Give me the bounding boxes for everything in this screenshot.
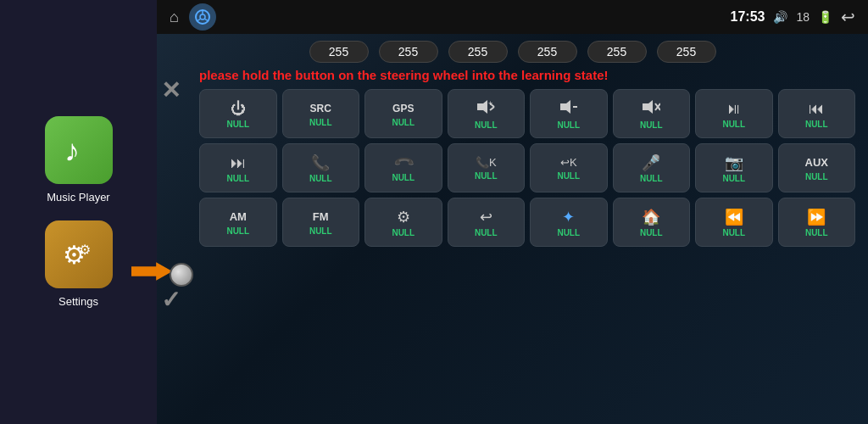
call-k-button[interactable]: 📞K NULL [448, 143, 526, 192]
steering-wheel-icon [194, 9, 211, 25]
back-null-label: NULL [475, 228, 498, 237]
svg-text:+: + [488, 99, 492, 108]
am-button[interactable]: AM NULL [199, 198, 277, 247]
battery-icon: 🔋 [818, 10, 832, 24]
aux-button[interactable]: AUX NULL [778, 143, 856, 192]
fm-button[interactable]: FM NULL [282, 198, 360, 247]
power-button[interactable]: ⏻ NULL [199, 89, 277, 138]
mute-icon [642, 99, 660, 117]
hangup-button[interactable]: 📞 NULL [364, 143, 442, 192]
svg-text:♪: ♪ [64, 133, 80, 168]
fastforward-button[interactable]: ⏩ NULL [778, 198, 856, 247]
settings-app[interactable]: ⚙ ⚙ Settings [45, 220, 113, 308]
prev-track-icon: ⏮ [809, 101, 824, 116]
camera-icon: 📷 [725, 155, 743, 170]
back-k-icon: ↩K [560, 157, 577, 168]
fm-text: FM [313, 210, 329, 223]
value-pills-row: 255 255 255 255 255 255 [170, 41, 855, 63]
value-pill-5: 255 [587, 41, 647, 63]
mic-button[interactable]: 🎤 NULL [613, 143, 691, 192]
next-track-button[interactable]: ⏭ NULL [199, 143, 277, 192]
phone-null-label: NULL [309, 174, 332, 183]
src-button[interactable]: SRC NULL [282, 89, 360, 138]
rewind-icon: ⏪ [725, 209, 743, 225]
car-icon[interactable] [189, 3, 216, 31]
value-pill-6: 255 [657, 41, 716, 63]
phone-icon: 📞 [311, 155, 330, 170]
back-icon[interactable]: ↩ [841, 7, 855, 27]
src-null-label: NULL [309, 118, 332, 127]
settings-null-label: NULL [392, 228, 415, 237]
top-bar: ⌂ 17:53 🔊 18 🔋 ↩ [157, 0, 868, 34]
sidebar: ♪ Music Player ⚙ ⚙ Settings [0, 0, 157, 424]
svg-text:⚙: ⚙ [79, 243, 91, 257]
am-null-label: NULL [226, 226, 249, 236]
play-pause-icon: ⏯ [726, 101, 742, 116]
backk-null-label: NULL [557, 171, 580, 181]
fastforward-icon: ⏩ [807, 209, 826, 225]
content-area: 255 255 255 255 255 255 ✕ ✓ please hold … [157, 34, 868, 424]
instruction-text: please hold the button on the steering w… [199, 68, 855, 82]
bluetooth-icon: ✦ [562, 209, 575, 225]
value-pill-3: 255 [448, 41, 508, 63]
svg-point-5 [200, 14, 205, 20]
rewind-button[interactable]: ⏪ NULL [695, 198, 773, 247]
mic-null-label: NULL [640, 174, 663, 183]
fm-null-label: NULL [309, 226, 332, 236]
mic-icon: 🎤 [642, 155, 660, 170]
volume-icon: 🔊 [773, 10, 787, 24]
bt-null-label: NULL [557, 228, 580, 237]
prev-track-button[interactable]: ⏮ NULL [778, 89, 856, 138]
play-pause-button[interactable]: ⏯ NULL [695, 89, 773, 138]
value-pill-2: 255 [379, 41, 438, 63]
back-button[interactable]: ↩ NULL [448, 198, 526, 247]
clock: 17:53 [731, 9, 765, 25]
src-icon: SRC [310, 103, 331, 114]
volume-down-button[interactable]: NULL [530, 89, 608, 138]
battery-level: 18 [796, 10, 810, 24]
settings-button[interactable]: ⚙ NULL [364, 198, 442, 247]
play-null-label: NULL [722, 120, 745, 129]
confirm-button[interactable]: ✓ [161, 286, 181, 314]
bluetooth-button[interactable]: ✦ NULL [530, 198, 608, 247]
call-k-icon: 📞K [476, 157, 497, 168]
svg-marker-13 [560, 100, 570, 114]
gps-button[interactable]: GPS NULL [364, 89, 442, 138]
power-icon: ⏻ [231, 101, 246, 116]
volume-up-icon: + [476, 99, 495, 117]
power-null-label: NULL [226, 120, 249, 129]
volume-up-button[interactable]: + NULL [448, 89, 526, 138]
value-pill-1: 255 [309, 41, 369, 63]
music-player-app[interactable]: ♪ Music Player [45, 116, 113, 204]
gear-icon: ⚙ ⚙ [60, 236, 97, 273]
am-text: AM [230, 210, 247, 223]
rewind-null-label: NULL [722, 228, 745, 237]
prev-null-label: NULL [805, 120, 828, 129]
button-row-1: ⏻ NULL SRC NULL GPS NULL + NULL [199, 89, 855, 138]
mute-button[interactable]: NULL [613, 89, 691, 138]
music-player-label: Music Player [47, 191, 109, 204]
volume-knob[interactable] [170, 263, 193, 287]
main-panel: ⌂ 17:53 🔊 18 🔋 ↩ 255 255 255 [157, 0, 868, 424]
home-ctrl-button[interactable]: 🏠 NULL [613, 198, 691, 247]
gps-null-label: NULL [392, 118, 415, 127]
home-null-label: NULL [640, 228, 663, 237]
gear-ctrl-icon: ⚙ [397, 209, 410, 225]
top-bar-left: ⌂ [170, 3, 216, 31]
svg-marker-15 [643, 100, 653, 114]
camera-null-label: NULL [722, 174, 745, 183]
phone-button[interactable]: 📞 NULL [282, 143, 360, 192]
arrow-right-icon [131, 259, 174, 284]
back-arrow-icon: ↩ [480, 209, 492, 225]
camera-button[interactable]: 📷 NULL [695, 143, 773, 192]
cancel-button[interactable]: ✕ [161, 76, 181, 104]
home-icon[interactable]: ⌂ [170, 8, 179, 26]
aux-null-label: NULL [805, 172, 828, 181]
settings-label: Settings [58, 295, 98, 308]
hangup-null-label: NULL [392, 173, 415, 182]
top-bar-right: 17:53 🔊 18 🔋 ↩ [731, 7, 856, 27]
back-k-button[interactable]: ↩K NULL [530, 143, 608, 192]
ff-null-label: NULL [805, 228, 828, 237]
home-ctrl-icon: 🏠 [642, 209, 660, 225]
arrow-container [131, 259, 174, 287]
